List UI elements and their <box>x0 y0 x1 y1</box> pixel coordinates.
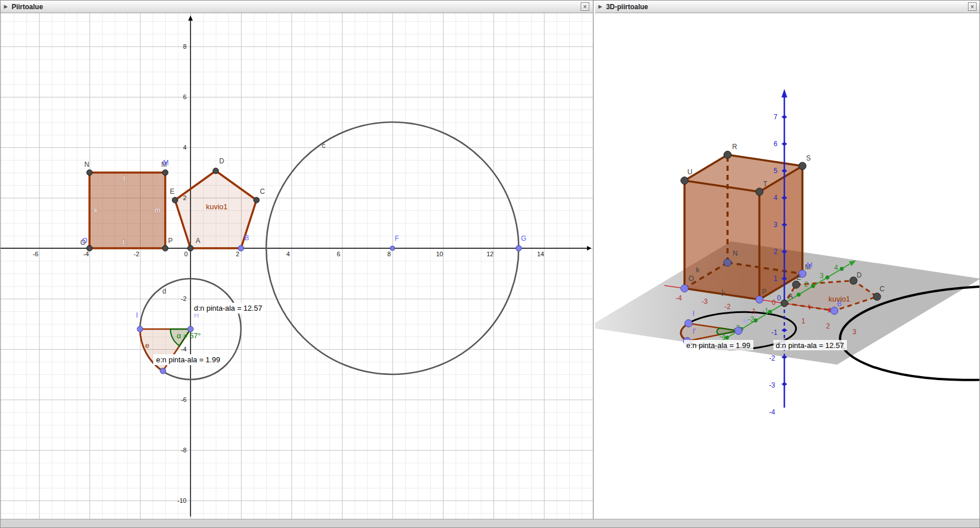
svg-text:4: 4 <box>773 194 777 202</box>
label-C[interactable]: C <box>260 187 265 195</box>
point-A[interactable] <box>188 245 193 251</box>
label-side-m[interactable]: m <box>154 206 161 214</box>
point3d-I[interactable] <box>685 320 693 327</box>
point3d-P[interactable] <box>756 296 763 303</box>
point-D[interactable] <box>213 168 219 174</box>
panel-2d: ▶ Piirtoalue × -6 -4 -2 0 2 <box>1 1 594 519</box>
label-side-l[interactable]: l <box>123 174 125 183</box>
area-d-text[interactable]: d:n pinta-ala = 12.57 <box>194 304 262 312</box>
origin-zero-red: 0 <box>772 299 776 307</box>
label3d-S[interactable]: S <box>806 154 811 162</box>
z-axis-arrow-icon <box>781 89 787 97</box>
label-B[interactable]: B <box>244 234 249 242</box>
label3d-C[interactable]: C <box>880 285 885 293</box>
area-d-3d-text[interactable]: d:n pinta-ala = 12.57 <box>776 341 844 350</box>
label3d-kuvio1[interactable]: kuvio1 <box>829 295 850 303</box>
svg-text:7: 7 <box>773 113 777 121</box>
svg-text:-2: -2 <box>748 315 755 323</box>
label3d-A[interactable]: A <box>788 292 793 300</box>
point-E[interactable] <box>172 197 178 203</box>
point3d-R[interactable] <box>724 151 732 159</box>
label3d-T[interactable]: T <box>763 180 768 188</box>
label-M-blue[interactable]: M <box>163 159 169 167</box>
svg-text:10: 10 <box>436 251 443 257</box>
svg-text:6: 6 <box>337 251 340 257</box>
panel-3d-titlebar: ▶ 3D-piirtoalue × <box>595 1 980 13</box>
label3d-P[interactable]: P <box>762 288 767 296</box>
label-A[interactable]: A <box>196 237 200 245</box>
label-c[interactable]: c <box>322 142 325 150</box>
point3d-U[interactable] <box>681 177 689 185</box>
svg-text:-2: -2 <box>769 354 775 362</box>
area-e-text[interactable]: e:n pinta-ala = 1.99 <box>156 355 220 364</box>
collapse-triangle-icon[interactable]: ▶ <box>4 5 7 9</box>
point-N[interactable] <box>87 170 92 175</box>
label3d-Ip[interactable]: I' <box>693 327 696 335</box>
label-e[interactable]: e <box>145 341 149 350</box>
graphics-view-2d[interactable]: -6 -4 -2 0 2 4 6 8 10 12 14 8 6 4 <box>1 13 593 519</box>
point-O[interactable] <box>87 245 92 251</box>
point3d-H[interactable] <box>735 327 742 335</box>
label-P[interactable]: P <box>168 237 173 245</box>
panel-3d: ▶ 3D-piirtoalue × <box>595 1 980 519</box>
svg-text:3: 3 <box>820 272 824 280</box>
close-icon[interactable]: × <box>581 2 589 11</box>
label-N[interactable]: N <box>84 161 90 169</box>
label-side-k[interactable]: k <box>94 206 98 214</box>
label-side-j1[interactable]: j₁ <box>122 237 127 245</box>
label3d-O[interactable]: O <box>689 275 694 283</box>
label-angle-alpha[interactable]: α = 57° <box>177 331 201 340</box>
svg-text:-3: -3 <box>769 381 775 389</box>
svg-text:6: 6 <box>773 140 777 148</box>
label3d-N[interactable]: N <box>733 249 738 257</box>
point3d-O[interactable] <box>681 285 689 292</box>
label-F[interactable]: F <box>395 234 399 243</box>
label3d-H[interactable]: H <box>743 317 748 325</box>
label-O-blue[interactable]: O <box>82 237 87 245</box>
svg-text:-4: -4 <box>181 346 186 353</box>
svg-text:8: 8 <box>387 251 391 257</box>
point3d-S[interactable] <box>799 162 806 170</box>
label3d-side-j1[interactable]: j₁ <box>721 288 726 296</box>
x-tick-labels: -6 -4 -2 0 2 4 6 8 10 12 14 <box>33 251 544 257</box>
point3d-C[interactable] <box>873 293 881 300</box>
point3d-T[interactable] <box>756 188 763 195</box>
point-B[interactable] <box>238 245 244 251</box>
label3d-R[interactable]: R <box>732 143 737 151</box>
svg-text:-4: -4 <box>769 408 775 416</box>
point3d-A[interactable] <box>781 300 788 307</box>
label-I[interactable]: I <box>136 311 138 319</box>
svg-text:2: 2 <box>773 248 777 256</box>
panel-2d-title: Piirtoalue <box>11 3 43 11</box>
point-F[interactable] <box>390 246 395 251</box>
collapse-triangle-icon[interactable]: ▶ <box>598 5 602 9</box>
label3d-I[interactable]: I <box>693 310 694 318</box>
label-G[interactable]: G <box>521 234 526 243</box>
graphics-view-3d[interactable]: 7 6 5 4 3 2 1 -1 -2 -3 -4 0 0 -4 -3 <box>595 13 980 519</box>
point-M[interactable] <box>162 170 168 175</box>
label3d-E[interactable]: E <box>796 273 801 281</box>
label-D[interactable]: D <box>219 157 224 165</box>
svg-text:-8: -8 <box>181 447 186 453</box>
label-kuvio1[interactable]: kuvio1 <box>206 202 228 211</box>
label3d-D[interactable]: D <box>857 271 862 279</box>
point3d-E[interactable] <box>792 281 800 288</box>
point-sector-end[interactable] <box>160 368 166 374</box>
point3d-B[interactable] <box>831 307 838 315</box>
svg-text:4: 4 <box>286 251 290 257</box>
label-d[interactable]: d <box>162 287 166 295</box>
svg-text:-2: -2 <box>725 303 731 311</box>
point-P[interactable] <box>162 245 168 251</box>
svg-text:8: 8 <box>183 43 186 50</box>
point3d-N[interactable] <box>724 259 732 267</box>
label3d-M-blue[interactable]: M <box>807 261 812 269</box>
label3d-side-k[interactable]: k <box>696 266 700 274</box>
svg-text:3: 3 <box>853 328 857 336</box>
area-e-3d-text[interactable]: e:n pinta-ala = 1.99 <box>686 341 750 350</box>
close-icon[interactable]: × <box>968 2 977 11</box>
label-E[interactable]: E <box>170 187 174 195</box>
point-I[interactable] <box>137 326 143 332</box>
point-G[interactable] <box>516 245 522 251</box>
label3d-U[interactable]: U <box>687 168 693 176</box>
point-C[interactable] <box>254 197 259 203</box>
